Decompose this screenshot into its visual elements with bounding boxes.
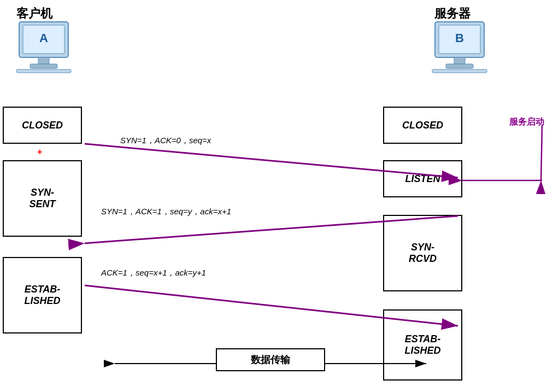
server-listen-state: LISTEN: [383, 160, 462, 197]
svg-text:A: A: [39, 31, 48, 45]
diagram: 客户机 A 服务器 B: [0, 0, 547, 392]
svg-rect-11: [432, 69, 487, 73]
server-established-state: ESTAB-LISHED: [383, 309, 462, 381]
svg-text:B: B: [455, 31, 464, 45]
svg-rect-9: [454, 57, 465, 64]
data-transfer-box: 数据传输: [216, 348, 325, 371]
plus-sign: +: [37, 147, 42, 157]
svg-rect-5: [16, 69, 71, 73]
client-syn-sent-state: SYN-SENT: [3, 160, 82, 237]
client-established-state: ESTAB-LISHED: [3, 257, 82, 334]
client-closed-state: CLOSED: [3, 107, 82, 144]
server-syn-rcvd-state: SYN-RCVD: [383, 215, 462, 291]
client-computer-icon: A: [11, 19, 77, 74]
svg-line-21: [541, 125, 542, 180]
server-computer-icon: B: [427, 19, 492, 74]
svg-rect-10: [446, 64, 473, 68]
svg-rect-3: [38, 57, 49, 64]
service-start-label: 服务启动: [509, 116, 544, 128]
syn2-arrow-label: SYN=1，ACK=1，seq=y，ack=x+1: [101, 207, 231, 217]
syn1-arrow-label: SYN=1，ACK=0，seq=x: [120, 136, 211, 146]
svg-rect-4: [30, 64, 57, 68]
ack1-arrow-label: ACK=1，seq=x+1，ack=y+1: [101, 268, 206, 278]
server-closed-state: CLOSED: [383, 107, 462, 144]
